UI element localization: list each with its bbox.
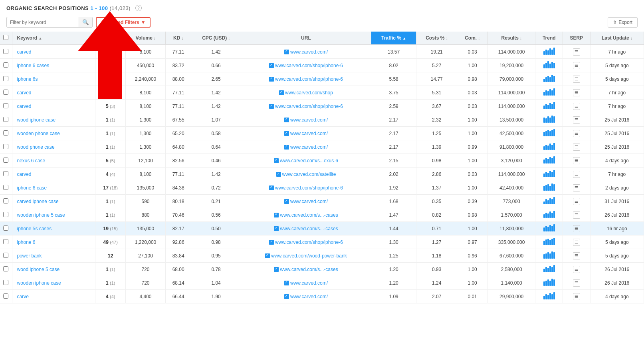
url-link[interactable]: www.carved.com/ [290, 144, 328, 150]
row-checkbox-cell[interactable] [0, 140, 12, 154]
serp-icon[interactable]: ☰ [573, 48, 580, 56]
row-checkbox-cell[interactable] [0, 249, 12, 263]
serp-icon[interactable]: ☰ [573, 130, 580, 137]
row-serp[interactable]: ☰ [563, 45, 590, 59]
serp-icon[interactable]: ☰ [573, 266, 580, 273]
row-checkbox[interactable] [3, 239, 8, 244]
keyword-link[interactable]: iphone 6 [17, 239, 36, 245]
row-serp[interactable]: ☰ [563, 113, 590, 127]
url-link[interactable]: www.carved.com/s...-cases [280, 226, 338, 231]
row-checkbox-cell[interactable] [0, 208, 12, 222]
header-keyword[interactable]: Keyword ▲ [12, 32, 95, 45]
row-checkbox-cell[interactable] [0, 100, 12, 113]
header-url[interactable]: URL [241, 32, 371, 45]
row-serp[interactable]: ☰ [563, 276, 590, 290]
select-all-checkbox[interactable] [3, 35, 8, 40]
row-checkbox[interactable] [3, 117, 8, 122]
row-serp[interactable]: ☰ [563, 100, 590, 113]
url-link[interactable]: www.carved.com/ [290, 117, 328, 123]
row-checkbox-cell[interactable] [0, 113, 12, 127]
row-checkbox[interactable] [3, 171, 8, 176]
url-link[interactable]: www.carved.com/shop/iphone-6 [275, 104, 343, 109]
row-checkbox-cell[interactable] [0, 59, 12, 72]
serp-icon[interactable]: ☰ [573, 184, 580, 191]
row-checkbox-cell[interactable] [0, 181, 12, 195]
row-checkbox-cell[interactable] [0, 235, 12, 249]
row-serp[interactable]: ☰ [563, 249, 590, 263]
header-traffic[interactable]: Traffic % ▲ [371, 32, 416, 45]
row-checkbox[interactable] [3, 198, 8, 203]
serp-icon[interactable]: ☰ [573, 225, 580, 232]
url-link[interactable]: www.carved.com/ [290, 199, 328, 204]
url-link[interactable]: www.carved.com/shop/iphone-6 [275, 239, 343, 245]
row-checkbox-cell[interactable] [0, 276, 12, 290]
url-link[interactable]: www.carved.com/s...-cases [280, 212, 338, 218]
url-link[interactable]: www.carved.com/ [290, 131, 328, 136]
keyword-link[interactable]: wooden iphone case [17, 280, 61, 286]
header-kd[interactable]: KD ↕ [165, 32, 191, 45]
row-checkbox[interactable] [3, 144, 8, 149]
row-checkbox-cell[interactable] [0, 263, 12, 276]
row-checkbox[interactable] [3, 185, 8, 190]
row-serp[interactable]: ☰ [563, 154, 590, 168]
info-icon[interactable]: ? [135, 5, 142, 11]
keyword-link[interactable]: wood phone case [17, 144, 55, 150]
header-last-update[interactable]: Last Update ↕ [590, 32, 644, 45]
keyword-link[interactable]: iphone 6 cases [17, 63, 50, 68]
header-results[interactable]: Results ↕ [487, 32, 535, 45]
row-serp[interactable]: ☰ [563, 222, 590, 235]
row-checkbox-cell[interactable] [0, 195, 12, 208]
header-checkbox-cell[interactable] [0, 32, 12, 45]
row-checkbox-cell[interactable] [0, 86, 12, 100]
serp-icon[interactable]: ☰ [573, 293, 580, 300]
keyword-link[interactable]: iphone 6 case [17, 185, 47, 191]
keyword-link[interactable]: wood iphone 5 case [17, 267, 60, 272]
row-checkbox-cell[interactable] [0, 72, 12, 86]
export-button[interactable]: ⇧ Export [608, 17, 638, 28]
row-checkbox-cell[interactable] [0, 154, 12, 168]
keyword-link[interactable]: carved [17, 104, 32, 109]
serp-icon[interactable]: ☰ [573, 211, 580, 219]
row-serp[interactable]: ☰ [563, 235, 590, 249]
header-com[interactable]: Com. ↕ [457, 32, 487, 45]
row-serp[interactable]: ☰ [563, 263, 590, 276]
keyword-link[interactable]: iphone 5s cases [17, 226, 52, 231]
row-serp[interactable]: ☰ [563, 168, 590, 181]
keyword-link[interactable]: wood iphone case [17, 117, 56, 123]
row-checkbox[interactable] [3, 225, 8, 231]
serp-icon[interactable]: ☰ [573, 144, 580, 151]
row-serp[interactable]: ☰ [563, 72, 590, 86]
row-checkbox[interactable] [3, 280, 8, 285]
row-checkbox-cell[interactable] [0, 168, 12, 181]
row-serp[interactable]: ☰ [563, 59, 590, 72]
row-checkbox[interactable] [3, 158, 8, 163]
keyword-link[interactable]: nexus 6 case [17, 158, 46, 164]
row-checkbox-cell[interactable] [0, 222, 12, 235]
serp-icon[interactable]: ☰ [573, 279, 580, 287]
row-serp[interactable]: ☰ [563, 86, 590, 100]
serp-icon[interactable]: ☰ [573, 62, 580, 69]
serp-icon[interactable]: ☰ [573, 239, 580, 246]
keyword-link[interactable]: wooden iphone 5 case [17, 212, 65, 218]
row-serp[interactable]: ☰ [563, 181, 590, 195]
row-checkbox[interactable] [3, 103, 8, 108]
url-link[interactable]: www.carved.com/ [290, 49, 328, 55]
row-checkbox[interactable] [3, 266, 8, 271]
header-pos[interactable]: Pos. ▲ [95, 32, 126, 45]
search-button[interactable]: 🔍 [79, 17, 92, 27]
keyword-link[interactable]: carved [17, 172, 32, 177]
row-checkbox[interactable] [3, 130, 8, 136]
row-checkbox[interactable] [3, 49, 8, 54]
row-checkbox[interactable] [3, 76, 8, 81]
serp-icon[interactable]: ☰ [573, 171, 580, 178]
serp-icon[interactable]: ☰ [573, 89, 580, 96]
row-checkbox[interactable] [3, 293, 8, 299]
keyword-link[interactable]: wooden phone case [17, 131, 60, 136]
row-serp[interactable]: ☰ [563, 140, 590, 154]
row-serp[interactable]: ☰ [563, 127, 590, 140]
url-link[interactable]: www.carved.com/ [290, 294, 328, 299]
url-link[interactable]: www.carved.com/shop [285, 90, 333, 96]
row-checkbox[interactable] [3, 62, 8, 68]
serp-icon[interactable]: ☰ [573, 157, 580, 164]
row-checkbox[interactable] [3, 253, 8, 258]
